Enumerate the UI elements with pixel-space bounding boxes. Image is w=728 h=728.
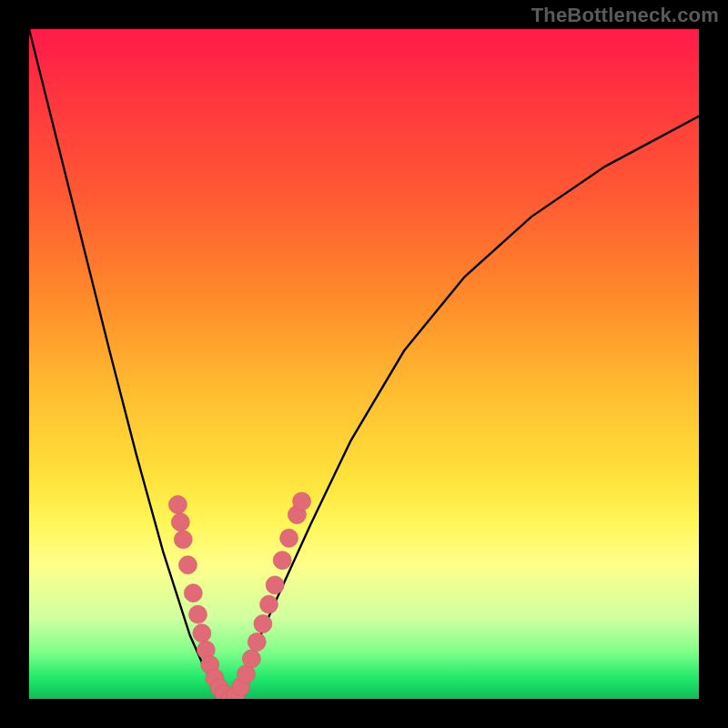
marker-point (184, 584, 202, 602)
marker-point (174, 531, 192, 549)
curve-right-branch (230, 116, 699, 699)
marker-point (254, 615, 272, 633)
marker-point (280, 529, 298, 547)
marker-point (171, 513, 189, 531)
marker-point (188, 605, 207, 623)
chart-overlay (29, 29, 699, 699)
marker-point (293, 492, 311, 511)
marker-point (259, 595, 278, 613)
marker-point (273, 551, 291, 570)
marker-point (242, 650, 260, 668)
marker-point (193, 624, 211, 642)
marker-point (248, 632, 266, 651)
marker-point (168, 496, 187, 514)
marker-point (178, 556, 197, 574)
watermark: TheBottleneck.com (531, 4, 719, 27)
highlight-markers (168, 492, 310, 699)
plot-area (29, 29, 699, 699)
marker-point (266, 576, 284, 594)
chart-canvas: TheBottleneck.com (0, 0, 728, 728)
